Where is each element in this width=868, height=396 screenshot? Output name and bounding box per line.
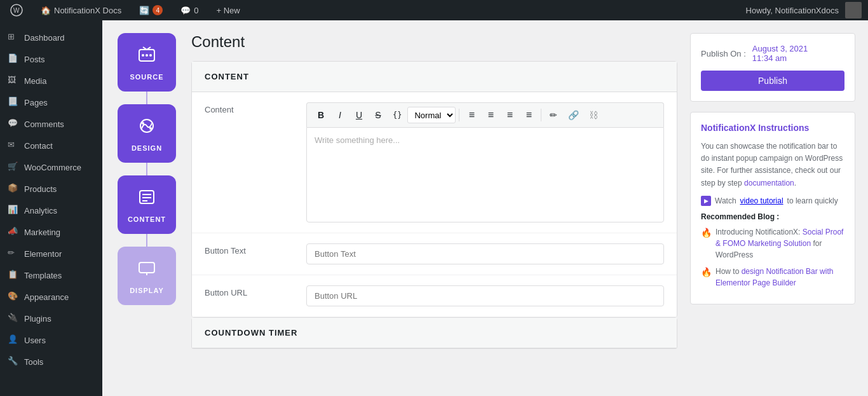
sidebar-item-media[interactable]: 🖼 Media (0, 70, 102, 92)
sidebar-item-elementor[interactable]: ✏ Elementor (0, 243, 102, 264)
display-step-icon (137, 258, 157, 283)
align-left-button[interactable]: ≡ (463, 107, 480, 123)
appearance-icon: 🎨 (8, 291, 19, 303)
design-step-icon (137, 116, 157, 140)
align-center-button[interactable]: ≡ (482, 107, 499, 123)
svg-point-4 (146, 54, 148, 57)
sidebar: ⊞ Dashboard 📄 Posts 🖼 Media 📃 Pages 💬 Co… (0, 20, 102, 396)
updates-icon: 🔄 (139, 6, 149, 15)
button-text-row: Button Text (192, 233, 677, 275)
sidebar-item-comments[interactable]: 💬 Comments (0, 113, 102, 135)
strikethrough-button[interactable]: S (369, 107, 387, 123)
site-name[interactable]: 🏠 NotificationX Docs (37, 0, 125, 20)
marketing-icon: 📣 (8, 226, 19, 238)
sidebar-item-contact[interactable]: ✉ Contact (0, 135, 102, 156)
button-text-input[interactable] (306, 243, 664, 264)
fire-emoji-2: 🔥 (701, 266, 712, 279)
video-row: ▶ Watch video tutorial to learn quickly (701, 196, 844, 206)
content-field-row: Content B I U S {} Normal (192, 92, 677, 233)
editor-toolbar: B I U S {} Normal ≡ ≡ ≡ ≡ (306, 102, 664, 127)
svg-point-5 (149, 54, 152, 57)
doc-link[interactable]: documentation (744, 179, 794, 188)
elementor-icon: ✏ (8, 248, 19, 259)
toolbar-divider-2 (541, 109, 541, 121)
instructions-box: NotificationX Instructions You can showc… (690, 112, 855, 304)
sidebar-item-templates[interactable]: 📋 Templates (0, 264, 102, 286)
align-justify-button[interactable]: ≡ (520, 107, 538, 123)
right-sidebar: Publish On : August 3, 2021 11:34 am Pub… (690, 33, 855, 383)
wizard-steps: SOURCE DESIGN (115, 33, 179, 383)
italic-button[interactable]: I (331, 107, 349, 123)
sidebar-item-woocommerce[interactable]: 🛒 WooCommerce (0, 156, 102, 178)
toolbar-divider-1 (459, 109, 459, 121)
admin-bar: W 🏠 NotificationX Docs 🔄 4 💬 0 + New How… (0, 0, 868, 20)
publish-on-row: Publish On : August 3, 2021 11:34 am (701, 44, 844, 63)
media-icon: 🖼 (8, 75, 19, 86)
new-item[interactable]: + New (212, 0, 243, 20)
home-icon: 🏠 (41, 6, 51, 15)
svg-point-7 (142, 122, 144, 125)
updates-item[interactable]: 🔄 4 (135, 0, 166, 20)
templates-icon: 📋 (8, 270, 19, 281)
editor-body[interactable]: Write something here... (306, 127, 664, 222)
wizard-step-content[interactable]: CONTENT (118, 175, 176, 234)
unlink-button[interactable]: ⛓ (585, 107, 602, 123)
page-title: Content (191, 33, 677, 51)
countdown-section-header: COUNTDOWN TIMER (192, 318, 677, 348)
code-button[interactable]: {} (388, 107, 406, 123)
source-step-icon (137, 44, 157, 69)
wp-logo[interactable]: W (6, 0, 27, 20)
button-text-control (306, 243, 664, 264)
publish-date: August 3, 2021 11:34 am (752, 44, 808, 63)
content-editor: B I U S {} Normal ≡ ≡ ≡ ≡ (306, 102, 664, 222)
sidebar-item-tools[interactable]: 🔧 Tools (0, 351, 102, 372)
content-label: Content (205, 102, 294, 114)
sidebar-item-posts[interactable]: 📄 Posts (0, 48, 102, 70)
content-area: Content CONTENT Content B I U S {} (191, 33, 677, 383)
video-tutorial-link[interactable]: video tutorial (740, 196, 783, 205)
svg-point-3 (142, 54, 144, 57)
step-connector-1 (146, 92, 147, 104)
sidebar-item-marketing[interactable]: 📣 Marketing (0, 221, 102, 243)
underline-button[interactable]: U (350, 107, 368, 123)
users-icon: 👤 (8, 334, 19, 346)
avatar (845, 2, 862, 18)
fire-emoji-1: 🔥 (701, 226, 712, 240)
step-connector-2 (146, 163, 147, 175)
svg-text:W: W (13, 7, 20, 14)
recommended-label: Recommended Blog : (701, 212, 844, 221)
comments-icon: 💬 (180, 6, 191, 15)
instructions-body: You can showcase the notification bar to… (701, 140, 844, 189)
sidebar-item-appearance[interactable]: 🎨 Appearance (0, 286, 102, 308)
sidebar-item-pages[interactable]: 📃 Pages (0, 92, 102, 113)
comments-item[interactable]: 💬 0 (177, 0, 202, 20)
sidebar-item-users[interactable]: 👤 Users (0, 329, 102, 351)
sidebar-item-products[interactable]: 📦 Products (0, 178, 102, 200)
content-step-icon (137, 187, 157, 212)
align-right-button[interactable]: ≡ (501, 107, 519, 123)
layout: ⊞ Dashboard 📄 Posts 🖼 Media 📃 Pages 💬 Co… (0, 20, 868, 396)
admin-bar-right: Howdy, NotificationXdocs (746, 2, 862, 18)
sidebar-item-analytics[interactable]: 📊 Analytics (0, 200, 102, 221)
content-section-card: CONTENT Content B I U S {} Normal (191, 61, 677, 318)
publish-button[interactable]: Publish (701, 71, 844, 91)
wizard-step-source[interactable]: SOURCE (118, 33, 176, 92)
wizard-step-design[interactable]: DESIGN (118, 104, 176, 163)
button-url-row: Button URL (192, 275, 677, 317)
bold-button[interactable]: B (312, 107, 330, 123)
button-url-input[interactable] (306, 285, 664, 306)
editor-placeholder: Write something here... (315, 135, 400, 145)
wizard-step-display[interactable]: DISPLAY (118, 247, 176, 305)
format-select[interactable]: Normal (407, 107, 456, 123)
blog-item-1: 🔥 Introducing NotificationX: Social Proo… (701, 226, 844, 261)
plugins-icon: 🔌 (8, 313, 19, 324)
sidebar-item-dashboard[interactable]: ⊞ Dashboard (0, 27, 102, 48)
analytics-icon: 📊 (8, 205, 19, 216)
main-content: SOURCE DESIGN (102, 20, 868, 396)
sidebar-item-plugins[interactable]: 🔌 Plugins (0, 308, 102, 329)
blog-item-2: 🔥 How to design Notification Bar with El… (701, 266, 844, 289)
pencil-button[interactable]: ✏ (545, 107, 562, 123)
link-button[interactable]: 🔗 (564, 107, 583, 123)
instructions-title: NotificationX Instructions (701, 123, 844, 133)
button-text-label: Button Text (205, 243, 294, 256)
